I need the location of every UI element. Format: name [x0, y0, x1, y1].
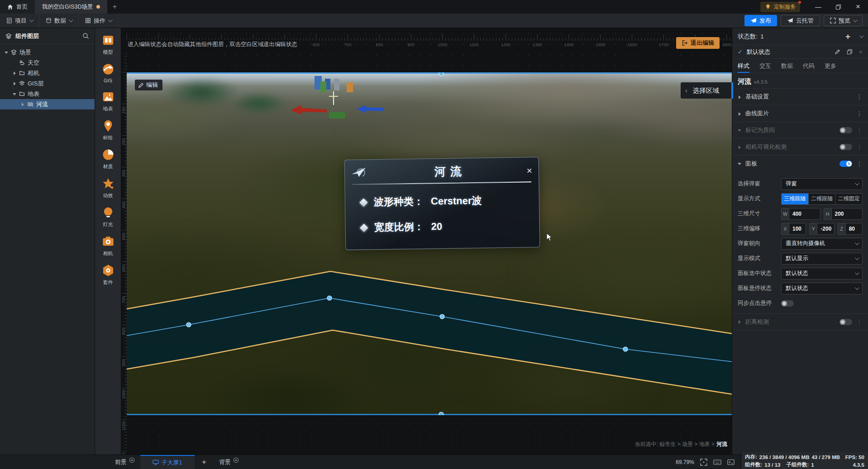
- search-icon[interactable]: [82, 33, 89, 39]
- input-value[interactable]: 100: [789, 223, 806, 234]
- segment-option[interactable]: 三维跟随: [782, 194, 809, 204]
- console-icon[interactable]: [727, 459, 734, 465]
- palette-item[interactable]: 相机: [101, 235, 115, 257]
- select-0[interactable]: 弹窗: [781, 178, 863, 190]
- chevron-right-icon[interactable]: [21, 103, 24, 106]
- foreground-tab[interactable]: 前景: [110, 455, 140, 469]
- tree-item[interactable]: 河流: [0, 99, 95, 109]
- input-value[interactable]: 80: [846, 223, 862, 234]
- chevron-down-icon[interactable]: [738, 162, 741, 166]
- menu-data[interactable]: 数据: [39, 14, 79, 28]
- panel-section-header[interactable]: 距离检测⋮: [732, 313, 868, 330]
- dimension-input[interactable]: Z80: [838, 223, 863, 235]
- chevron-right-icon[interactable]: [13, 71, 16, 75]
- dimension-input[interactable]: Y-200: [809, 223, 834, 235]
- chevron-down-icon[interactable]: [5, 51, 8, 54]
- tree-item[interactable]: 相机: [0, 68, 95, 78]
- fit-screen-icon[interactable]: [700, 459, 707, 466]
- chevron-right-icon[interactable]: [738, 112, 741, 115]
- new-tab-button[interactable]: +: [107, 0, 123, 14]
- delete-state-icon[interactable]: ×: [859, 48, 863, 56]
- toggle-switch[interactable]: [839, 144, 852, 150]
- segment-option[interactable]: 二维固定: [835, 194, 862, 204]
- select-6[interactable]: 默认状态: [781, 268, 863, 280]
- dimension-input[interactable]: W400: [781, 208, 820, 220]
- screen-tab[interactable]: 子大屏1: [140, 455, 195, 469]
- segment-option[interactable]: 二维跟随: [809, 194, 836, 204]
- tree-item[interactable]: 天空: [0, 57, 95, 68]
- palette-item[interactable]: 材质: [101, 148, 115, 170]
- collapse-left-icon[interactable]: ‹: [685, 87, 687, 94]
- tree-item[interactable]: GIS层: [0, 78, 95, 89]
- add-circle-icon[interactable]: [233, 457, 239, 463]
- palette-item[interactable]: 动效: [101, 177, 115, 199]
- inspector-tab[interactable]: 样式: [738, 59, 749, 73]
- kebab-menu-icon[interactable]: ⋮: [856, 93, 863, 100]
- input-value[interactable]: -200: [817, 223, 834, 234]
- add-state-button[interactable]: +: [845, 32, 850, 42]
- tab-scene[interactable]: 我的空白GIS3D场景: [35, 0, 107, 14]
- chevron-right-icon[interactable]: [738, 95, 741, 99]
- editor-canvas[interactable]: 1002003004005006007008009001000110012001…: [121, 28, 732, 455]
- palette-item[interactable]: 标绘: [101, 119, 115, 141]
- kebab-menu-icon[interactable]: ⋮: [856, 110, 863, 117]
- chevron-down-icon[interactable]: [859, 33, 864, 38]
- zoom-level[interactable]: 69.79%: [676, 459, 694, 465]
- toggle-switch[interactable]: [781, 300, 794, 307]
- input-value[interactable]: 200: [832, 208, 863, 219]
- close-button[interactable]: ×: [848, 0, 868, 14]
- palette-item[interactable]: 灯光: [101, 206, 115, 228]
- inspector-tab[interactable]: 数据: [781, 59, 793, 73]
- inspector-tab[interactable]: 更多: [825, 59, 836, 73]
- edit-state-icon[interactable]: [835, 49, 840, 55]
- restore-button[interactable]: [828, 0, 848, 14]
- chevron-right-icon[interactable]: [738, 320, 741, 324]
- state-name[interactable]: 默认状态: [747, 48, 770, 56]
- tree-item[interactable]: 地表: [0, 89, 95, 99]
- tab-home[interactable]: 首页: [0, 0, 35, 14]
- palette-item[interactable]: 模型: [101, 33, 115, 56]
- palette-item[interactable]: 地表: [101, 90, 115, 112]
- dimension-input[interactable]: H200: [824, 208, 863, 220]
- chevron-down-icon[interactable]: [13, 92, 16, 96]
- inspector-tab[interactable]: 交互: [759, 59, 771, 73]
- add-screen-button[interactable]: +: [195, 455, 214, 469]
- minimize-button[interactable]: —: [808, 0, 828, 14]
- keyboard-icon[interactable]: [713, 459, 721, 465]
- edit-mode-tag[interactable]: 编辑: [135, 80, 162, 90]
- custom-service-badge[interactable]: 定制服务: [760, 2, 800, 12]
- menu-action[interactable]: 操作: [79, 14, 118, 28]
- kebab-menu-icon[interactable]: ⋮: [856, 318, 863, 326]
- menu-project[interactable]: 项目: [0, 14, 39, 28]
- panel-section-header[interactable]: 标记为房间⋮: [732, 122, 868, 138]
- chevron-down-icon[interactable]: [738, 128, 741, 132]
- toggle-switch[interactable]: [839, 127, 852, 133]
- kebab-menu-icon[interactable]: ⋮: [856, 127, 863, 134]
- select-5[interactable]: 默认显示: [781, 253, 863, 265]
- toggle-switch[interactable]: [839, 319, 852, 325]
- input-value[interactable]: 400: [789, 208, 820, 219]
- cloud-host-button[interactable]: 云托管: [781, 15, 820, 26]
- background-tab[interactable]: 背景: [214, 455, 244, 469]
- scene-viewport[interactable]: 编辑 ‹ 选择区域 河流 × 波形种类：Cerstner波宽度比例：20: [127, 72, 733, 415]
- panel-section-header[interactable]: 相机可视化检测⋮: [732, 138, 868, 155]
- add-circle-icon[interactable]: [129, 457, 135, 463]
- preview-button[interactable]: 预览: [824, 15, 863, 26]
- kebab-menu-icon[interactable]: ⋮: [856, 143, 863, 151]
- inspector-tab[interactable]: 代码: [803, 59, 815, 73]
- exit-edit-button[interactable]: 退出编辑: [676, 37, 720, 49]
- panel-section-header[interactable]: 曲线面片⋮: [732, 105, 868, 122]
- kebab-menu-icon[interactable]: ⋮: [856, 160, 863, 167]
- popup-close-icon[interactable]: ×: [527, 166, 533, 175]
- dimension-input[interactable]: X100: [781, 223, 806, 235]
- panel-section-header[interactable]: 面板⋮: [732, 155, 868, 172]
- publish-button[interactable]: 发布: [744, 15, 777, 26]
- toggle-switch[interactable]: [839, 161, 852, 167]
- select-region-panel[interactable]: ‹ 选择区域: [681, 82, 733, 99]
- copy-state-icon[interactable]: [847, 49, 853, 55]
- chevron-right-icon[interactable]: [738, 145, 741, 149]
- tree-item[interactable]: 场景: [0, 47, 95, 57]
- chevron-right-icon[interactable]: [13, 82, 16, 85]
- palette-item[interactable]: 套件: [101, 264, 115, 286]
- panel-section-header[interactable]: 基础设置⋮: [732, 88, 868, 105]
